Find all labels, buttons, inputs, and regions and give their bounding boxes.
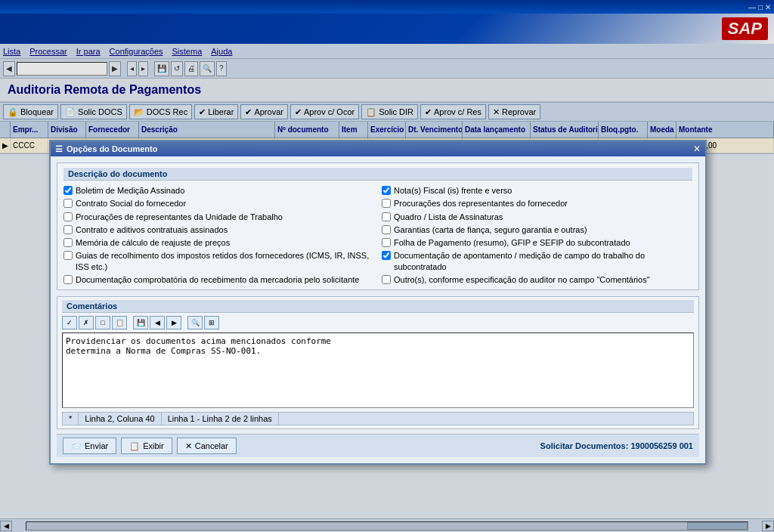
checkbox-nota-fiscal-input[interactable]	[382, 186, 391, 195]
checkbox-outro-input[interactable]	[382, 275, 391, 284]
checkbox-memoria-calculo: Memória de cálculo de reajuste de preços	[63, 237, 374, 248]
checkbox-contrato-aditivos-input[interactable]	[63, 225, 73, 234]
checkbox-outro: Outro(s), conforme especificação do audi…	[382, 274, 692, 285]
checkbox-garantias-input[interactable]	[382, 225, 391, 234]
checkbox-boletim: Boletim de Medição Assinado	[63, 185, 374, 196]
comments-toolbar: ✓ ✗ □ 📋 💾 ◀ ▶ 🔍 ⊞	[62, 316, 694, 329]
checkbox-folha-pagamento-input[interactable]	[382, 238, 391, 247]
checkbox-quadro-lista: Quadro / Lista de Assinaturas	[382, 212, 692, 222]
checkbox-folha-pagamento-label: Folha de Pagamento (resumo), GFIP e SEFI…	[394, 237, 630, 248]
modal-body: Descrição do documento Boletim de Mediçã…	[51, 156, 705, 463]
status-lines: Linha 1 - Linha 2 de 2 linhas	[162, 413, 279, 425]
checkbox-boletim-input[interactable]	[63, 186, 73, 195]
checkbox-documentacao-apontamento-input[interactable]	[382, 251, 391, 260]
checkbox-nota-fiscal-label: Nota(s) Fiscal (is) frente e verso	[394, 185, 512, 196]
checkbox-procuracoes-ut-label: Procurações de representantes da Unidade…	[76, 212, 283, 222]
checkbox-documentacao-apontamento: Documentação de apontamento / medição de…	[382, 250, 692, 272]
section-comentarios: Comentários ✓ ✗ □ 📋 💾 ◀ ▶ 🔍 ⊞ * Linha 2,…	[57, 296, 699, 429]
checkbox-garantias: Garantias (carta de fiança, seguro garan…	[382, 224, 692, 235]
checkbox-guias-recolhimento: Guias de recolhimento dos impostos retid…	[63, 250, 374, 272]
checkbox-col-right: Nota(s) Fiscal (is) frente e verso Procu…	[382, 185, 692, 285]
checkbox-col-left: Boletim de Medição Assinado Contrato Soc…	[63, 185, 374, 285]
modal-title: Opções do Documento	[67, 144, 157, 153]
modal-dialog: ☰ Opções do Documento ✕ Descrição do doc…	[49, 140, 707, 465]
status-star: *	[63, 413, 79, 425]
comment-btn-prev[interactable]: ◀	[150, 316, 165, 329]
checkbox-procuracoes-forn-label: Procurações dos representantes do fornec…	[394, 198, 568, 209]
checkbox-documentacao-comprobatoria-label: Documentação comprobatória do recebiment…	[76, 274, 359, 285]
comment-btn-next[interactable]: ▶	[166, 316, 181, 329]
section-descricao-title: Descrição do documento	[63, 168, 692, 181]
comment-btn-check[interactable]: ✓	[62, 316, 77, 329]
footer-buttons: 📨 Enviar 📋 Exibir ✕ Cancelar	[63, 438, 237, 454]
checkbox-procuracoes-ut: Procurações de representantes da Unidade…	[63, 212, 374, 222]
checkbox-folha-pagamento: Folha de Pagamento (resumo), GFIP e SEFI…	[382, 237, 692, 248]
checkbox-procuracoes-forn-input[interactable]	[382, 199, 391, 208]
comment-btn-expand[interactable]: ⊞	[204, 316, 219, 329]
status-pos: Linha 2, Coluna 40	[79, 413, 161, 425]
footer-info: Solicitar Documentos: 1900056259 001	[540, 441, 693, 450]
comment-btn-square[interactable]: □	[95, 316, 110, 329]
comments-status-bar: * Linha 2, Coluna 40 Linha 1 - Linha 2 d…	[62, 412, 694, 425]
checkbox-documentacao-comprobatoria-input[interactable]	[63, 275, 73, 284]
btn-enviar[interactable]: 📨 Enviar	[63, 438, 116, 454]
exibir-icon: 📋	[129, 441, 140, 451]
comment-btn-x[interactable]: ✗	[79, 316, 94, 329]
checkbox-contrato-social-input[interactable]	[63, 199, 73, 208]
checkbox-grid: Boletim de Medição Assinado Contrato Soc…	[63, 185, 692, 285]
checkbox-quadro-lista-label: Quadro / Lista de Assinaturas	[394, 212, 503, 222]
comment-btn-find[interactable]: 🔍	[187, 316, 203, 329]
checkbox-contrato-social: Contrato Social do fornecedor	[63, 198, 374, 209]
checkbox-memoria-calculo-label: Memória de cálculo de reajuste de preços	[76, 237, 230, 248]
checkbox-quadro-lista-input[interactable]	[382, 212, 391, 221]
checkbox-documentacao-apontamento-label: Documentação de apontamento / medição de…	[394, 250, 692, 272]
modal-titlebar: ☰ Opções do Documento ✕	[51, 141, 705, 156]
btn-exibir[interactable]: 📋 Exibir	[121, 438, 172, 454]
modal-icon: ☰	[55, 144, 63, 154]
checkbox-memoria-calculo-input[interactable]	[63, 238, 73, 247]
checkbox-garantias-label: Garantias (carta de fiança, seguro garan…	[394, 224, 587, 235]
checkbox-outro-label: Outro(s), conforme especificação do audi…	[394, 274, 650, 285]
cancelar-icon: ✕	[185, 441, 192, 451]
comentarios-title: Comentários	[62, 300, 694, 313]
checkbox-nota-fiscal: Nota(s) Fiscal (is) frente e verso	[382, 185, 692, 196]
comments-textarea[interactable]	[62, 332, 694, 408]
checkbox-contrato-aditivos: Contrato e aditivos contratuais assinado…	[63, 224, 374, 235]
checkbox-procuracoes-ut-input[interactable]	[63, 212, 73, 221]
checkbox-documentacao-comprobatoria: Documentação comprobatória do recebiment…	[63, 274, 374, 285]
btn-cancelar[interactable]: ✕ Cancelar	[177, 438, 237, 454]
checkbox-contrato-social-label: Contrato Social do fornecedor	[76, 198, 186, 209]
checkbox-guias-recolhimento-label: Guias de recolhimento dos impostos retid…	[76, 250, 374, 272]
checkbox-procuracoes-forn: Procurações dos representantes do fornec…	[382, 198, 692, 209]
comment-btn-copy[interactable]: 📋	[112, 316, 127, 329]
section-descricao: Descrição do documento Boletim de Mediçã…	[57, 162, 699, 290]
checkbox-boletim-label: Boletim de Medição Assinado	[76, 185, 184, 196]
checkbox-contrato-aditivos-label: Contrato e aditivos contratuais assinado…	[76, 224, 228, 235]
modal-close-button[interactable]: ✕	[693, 144, 701, 154]
comment-btn-save[interactable]: 💾	[133, 316, 148, 329]
enviar-icon: 📨	[71, 441, 82, 451]
modal-footer: 📨 Enviar 📋 Exibir ✕ Cancelar Solicitar D…	[57, 434, 699, 457]
checkbox-guias-recolhimento-input[interactable]	[63, 251, 73, 260]
